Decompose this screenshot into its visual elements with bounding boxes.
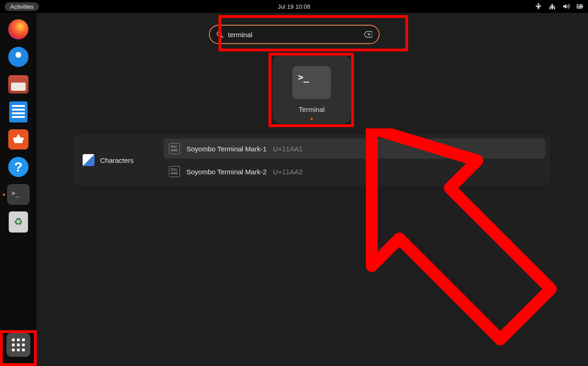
characters-result-row[interactable]: 011AA1 Soyombo Terminal Mark-1 U+11AA1 (163, 139, 545, 159)
clear-search-icon[interactable] (364, 31, 372, 38)
characters-icon (83, 154, 95, 166)
search-result-terminal[interactable]: >_ Terminal (273, 55, 351, 124)
writer-icon (9, 101, 28, 122)
thunderbird-icon (8, 47, 28, 67)
network-icon (549, 3, 556, 10)
svg-point-2 (551, 8, 553, 9)
accessibility-icon (535, 3, 542, 10)
terminal-app-icon: >_ (292, 66, 331, 99)
svg-point-0 (538, 3, 539, 5)
activities-button[interactable]: Activities (5, 2, 39, 11)
dock-firefox[interactable] (7, 18, 29, 40)
running-indicator-icon (311, 118, 313, 120)
characters-provider-label: Characters (100, 156, 134, 164)
files-icon (8, 75, 28, 94)
character-name: Soyombo Terminal Mark-1 (186, 145, 267, 153)
svg-point-7 (217, 32, 221, 36)
dock: ? >_ (0, 13, 37, 366)
search-field[interactable] (209, 25, 380, 44)
svg-rect-5 (582, 6, 583, 7)
dock-files[interactable] (7, 73, 29, 95)
dock-terminal[interactable]: >_ (7, 183, 29, 205)
terminal-icon: >_ (7, 184, 29, 205)
dock-help[interactable]: ? (7, 156, 29, 178)
character-name: Soyombo Terminal Mark-2 (186, 168, 267, 176)
character-code: U+11AA2 (273, 168, 303, 176)
search-result-label: Terminal (299, 105, 325, 113)
dock-software[interactable] (7, 128, 29, 150)
dock-writer[interactable] (7, 101, 29, 123)
show-applications-button[interactable] (6, 333, 30, 357)
firefox-icon (8, 19, 28, 39)
top-bar: Activities Jul 19 10:08 (0, 0, 588, 13)
character-code: U+11AA1 (273, 145, 303, 153)
software-icon (8, 129, 28, 150)
characters-result-rows: 011AA1 Soyombo Terminal Mark-1 U+11AA1 0… (163, 139, 545, 182)
volume-icon (562, 3, 570, 10)
glyph-icon: 011AA1 (169, 143, 180, 154)
characters-result-row[interactable]: 011AA2 Soyombo Terminal Mark-2 U+11AA2 (163, 161, 545, 182)
search-input[interactable] (228, 31, 359, 39)
system-tray[interactable] (535, 3, 583, 10)
battery-icon (576, 3, 583, 10)
help-icon: ? (8, 157, 28, 177)
dock-thunderbird[interactable] (7, 46, 29, 68)
glyph-icon: 011AA2 (169, 166, 180, 177)
svg-line-8 (221, 35, 223, 38)
dock-trash[interactable] (7, 211, 29, 233)
clock[interactable]: Jul 19 10:08 (278, 3, 310, 10)
trash-icon (9, 211, 28, 233)
characters-provider-header[interactable]: Characters (78, 139, 159, 182)
search-provider-characters: Characters 011AA1 Soyombo Terminal Mark-… (73, 134, 550, 186)
search-icon (216, 31, 224, 38)
